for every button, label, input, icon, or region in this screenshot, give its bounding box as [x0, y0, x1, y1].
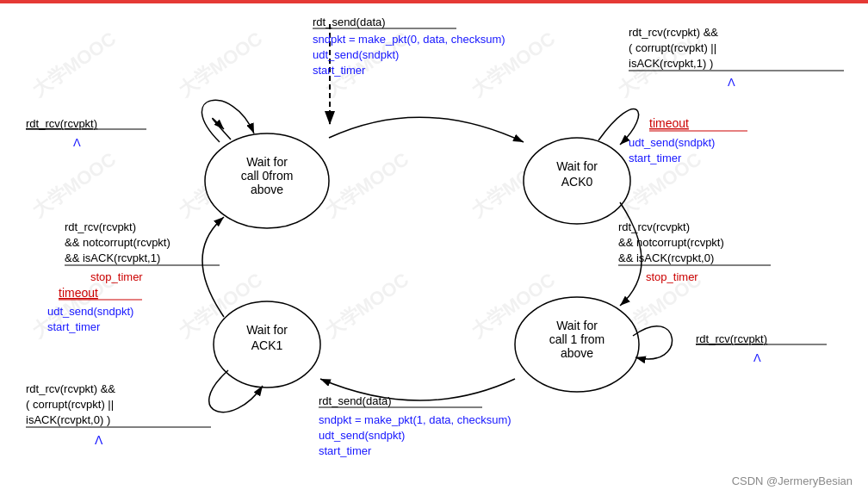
- svg-text:timeout: timeout: [649, 116, 689, 130]
- svg-text:rdt_rcv(rcvpkt) &&: rdt_rcv(rcvpkt) &&: [26, 382, 115, 395]
- svg-text:Λ: Λ: [95, 433, 103, 447]
- svg-text:rdt_rcv(rcvpkt) &&: rdt_rcv(rcvpkt) &&: [629, 26, 718, 39]
- svg-text:ACK1: ACK1: [251, 338, 283, 352]
- svg-text:stop_timer: stop_timer: [90, 270, 143, 283]
- svg-text:stop_timer: stop_timer: [646, 270, 698, 283]
- svg-text:ACK0: ACK0: [561, 175, 593, 189]
- state-diagram: Wait for call 0from above Wait for ACK0 …: [0, 0, 868, 496]
- svg-text:start_timer: start_timer: [47, 320, 101, 333]
- svg-text:sndpkt = make_pkt(1, data, che: sndpkt = make_pkt(1, data, checksum): [319, 413, 512, 426]
- svg-text:above: above: [561, 346, 593, 360]
- svg-text:&& isACK(rcvpkt,1): && isACK(rcvpkt,1): [65, 251, 160, 264]
- svg-text:Wait for: Wait for: [556, 159, 598, 173]
- svg-text:Λ: Λ: [728, 76, 735, 89]
- svg-text:&& isACK(rcvpkt,0): && isACK(rcvpkt,0): [618, 251, 714, 264]
- svg-text:sndpkt = make_pkt(0, data, che: sndpkt = make_pkt(0, data, checksum): [313, 33, 505, 46]
- svg-text:rdt_rcv(rcvpkt): rdt_rcv(rcvpkt): [618, 220, 690, 233]
- svg-text:rdt_rcv(rcvpkt): rdt_rcv(rcvpkt): [26, 117, 97, 130]
- svg-text:rdt_rcv(rcvpkt): rdt_rcv(rcvpkt): [696, 332, 767, 345]
- svg-text:call 1 from: call 1 from: [549, 332, 605, 346]
- svg-text:Wait for: Wait for: [556, 319, 598, 332]
- svg-text:Λ: Λ: [753, 351, 761, 364]
- svg-text:udt_send(sndpkt): udt_send(sndpkt): [313, 48, 399, 61]
- svg-text:rdt_rcv(rcvpkt): rdt_rcv(rcvpkt): [65, 220, 136, 233]
- svg-text:rdt_send(data): rdt_send(data): [313, 16, 386, 28]
- svg-text:udt_send(sndpkt): udt_send(sndpkt): [319, 429, 405, 442]
- svg-text:above: above: [251, 183, 283, 196]
- svg-text:( corrupt(rcvpkt) ||: ( corrupt(rcvpkt) ||: [629, 41, 716, 54]
- svg-text:isACK(rcvpkt,0) ): isACK(rcvpkt,0) ): [26, 413, 110, 426]
- svg-text:start_timer: start_timer: [319, 444, 372, 457]
- svg-text:udt_send(sndpkt): udt_send(sndpkt): [629, 136, 715, 149]
- svg-text:isACK(rcvpkt,1) ): isACK(rcvpkt,1) ): [629, 57, 713, 70]
- svg-text:Λ: Λ: [73, 136, 81, 149]
- svg-text:call 0from: call 0from: [241, 169, 294, 183]
- svg-text:start_timer: start_timer: [629, 152, 682, 164]
- svg-text:( corrupt(rcvpkt) ||: ( corrupt(rcvpkt) ||: [26, 398, 114, 411]
- svg-text:timeout: timeout: [59, 286, 98, 300]
- svg-text:Wait for: Wait for: [246, 323, 288, 337]
- svg-text:udt_send(sndpkt): udt_send(sndpkt): [47, 305, 133, 318]
- svg-text:Wait for: Wait for: [246, 155, 288, 169]
- svg-text:&& notcorrupt(rcvpkt): && notcorrupt(rcvpkt): [65, 236, 170, 249]
- footer-attribution: CSDN @JermeryBesian: [732, 474, 852, 487]
- main-canvas: 大学MOOC 大学MOOC 大学MOOC 大学MOOC 大学MOOC 大学MOO…: [0, 0, 868, 496]
- svg-text:&& notcorrupt(rcvpkt): && notcorrupt(rcvpkt): [618, 236, 724, 249]
- svg-text:rdt_send(data): rdt_send(data): [319, 394, 392, 407]
- svg-text:start_timer: start_timer: [313, 64, 366, 77]
